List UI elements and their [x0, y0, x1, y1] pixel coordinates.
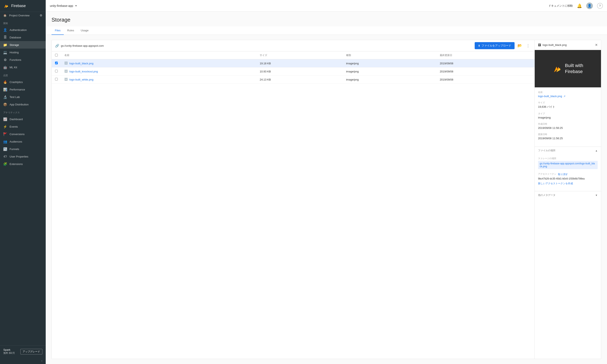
- funnels-icon: 📉: [3, 147, 7, 151]
- analytics-section-label: アナリティクス: [0, 108, 46, 115]
- size-column-header: サイズ: [256, 52, 343, 59]
- file-name-cell: 🖼 logo-built_white.png: [61, 76, 256, 84]
- sidebar-item-conversions[interactable]: 🚩 Conversions: [0, 130, 46, 138]
- table-header-row: 名前 サイズ 種類 最終更新日: [52, 52, 535, 59]
- tab-usage[interactable]: Usage: [78, 26, 92, 35]
- sidebar-item-label: Extensions: [10, 162, 23, 166]
- detail-panel: 🖼 logo-built_black.png ✕: [535, 40, 601, 359]
- topbar-dropdown-icon[interactable]: ▼: [75, 4, 77, 7]
- doc-link[interactable]: ドキュメントに移動: [548, 4, 573, 8]
- sidebar-item-label: Funnels: [10, 148, 19, 151]
- sidebar-item-label: Conversions: [10, 133, 25, 136]
- table-row[interactable]: 🖼 logo-built_white.png 24.13 KB image/pn…: [52, 76, 535, 84]
- tab-rules[interactable]: Rules: [64, 26, 77, 35]
- events-icon: ⚡: [3, 125, 7, 129]
- sidebar-collapse-button[interactable]: ‹: [0, 357, 46, 364]
- extensions-icon: 🧩: [3, 162, 7, 166]
- settings-icon[interactable]: ⚙: [40, 14, 42, 17]
- table-row[interactable]: 🖼 logo-built_black.png 19.18 KB image/pn…: [52, 59, 535, 67]
- detail-size-section: サイズ 19,636 バイト: [538, 101, 598, 109]
- sidebar-item-events[interactable]: ⚡ Events: [0, 123, 46, 130]
- more-options-button[interactable]: ⋮: [525, 42, 531, 49]
- path-text: gs://unity-firebase-app.appspot.com: [61, 44, 104, 47]
- create-folder-button[interactable]: 📂: [516, 42, 523, 49]
- sidebar-item-testlab[interactable]: 🔬 Test Lab: [0, 93, 46, 101]
- sidebar-item-funnels[interactable]: 📉 Funnels: [0, 145, 46, 153]
- revoke-link[interactable]: 取り消す: [558, 173, 568, 176]
- file-location-body: ストレージの場所 gs://unity-firebase-app.appspot…: [535, 154, 601, 191]
- detail-name-label: 名前: [538, 91, 598, 94]
- sidebar-item-mlkit[interactable]: 🤖 ML Kit: [0, 64, 46, 71]
- other-metadata-section-header[interactable]: 他のメタデータ ▼: [535, 191, 601, 199]
- sidebar-item-label: Authentication: [10, 28, 27, 32]
- file-location-label: ファイルの場所: [538, 149, 555, 152]
- sidebar-item-userproperties[interactable]: 🏷 User Properties: [0, 153, 46, 160]
- toolbar-actions: ⬆ ファイルをアップロード 📂 ⋮: [475, 42, 531, 49]
- tabs-bar: Files Rules Usage: [46, 26, 607, 35]
- folder-plus-icon: 📂: [517, 44, 522, 48]
- token-value: 9bc47b26-dc35-40d1-b0c6-1f30b6b798ea: [538, 177, 598, 180]
- sidebar-item-performance[interactable]: 📊 Performance: [0, 86, 46, 93]
- sidebar-item-audiences[interactable]: 👥 Audiences: [0, 138, 46, 145]
- sidebar-item-extensions[interactable]: 🧩 Extensions: [0, 160, 46, 168]
- topbar-left: unity-firebase-app ▼: [50, 4, 77, 7]
- file-type-cell: image/png: [343, 59, 436, 67]
- avatar-icon: 👤: [587, 4, 592, 8]
- audiences-icon: 👥: [3, 140, 7, 143]
- project-overview-label: Project Overview: [9, 14, 29, 17]
- tab-files[interactable]: Files: [52, 26, 64, 35]
- select-all-checkbox[interactable]: [55, 54, 58, 56]
- detail-created-value: 2019/09/08 11:56:25: [538, 126, 598, 130]
- detail-created-label: 作成日時: [538, 122, 598, 126]
- sidebar-item-crashlytics[interactable]: 🔥 Crashlytics: [0, 78, 46, 86]
- detail-name-section: 名前 logo-built_black.png ↗: [538, 91, 598, 98]
- external-link-icon[interactable]: ↗: [563, 95, 566, 98]
- sidebar-item-database[interactable]: 🗄 Database: [0, 34, 46, 41]
- row-checkbox[interactable]: [55, 70, 58, 72]
- firebase-flame-icon: [552, 64, 562, 74]
- plan-info: Spark 無料 $0/月: [3, 348, 15, 355]
- table-row[interactable]: 🖼 logo-built_knockout.png 10.93 KB image…: [52, 67, 535, 76]
- sidebar-item-label: Events: [10, 125, 18, 128]
- sidebar-item-authentication[interactable]: 👤 Authentication: [0, 26, 46, 34]
- file-name[interactable]: logo-built_black.png: [69, 62, 94, 65]
- file-size-cell: 24.13 KB: [256, 76, 343, 84]
- upload-button[interactable]: ⬆ ファイルをアップロード: [475, 42, 514, 49]
- sidebar-item-appdistribution[interactable]: 📦 App Distribution: [0, 101, 46, 108]
- preview-line2: Firebase: [565, 69, 583, 75]
- row-checkbox[interactable]: [55, 78, 58, 80]
- dev-section-label: 開発: [0, 19, 46, 26]
- sidebar-item-functions[interactable]: ⚙ Functions: [0, 56, 46, 64]
- storage-location-value[interactable]: gs://unity-firebase-app.appspot.com/logo…: [538, 161, 598, 169]
- sidebar-item-storage[interactable]: 📁 Storage: [0, 41, 46, 49]
- detail-close-button[interactable]: ✕: [595, 43, 598, 47]
- file-name[interactable]: logo-built_knockout.png: [69, 70, 98, 73]
- sidebar-item-label: Performance: [10, 88, 25, 91]
- row-checkbox[interactable]: [55, 62, 58, 64]
- topbar-right: ドキュメントに移動 🔔 👤 ?: [548, 2, 603, 9]
- project-overview-item[interactable]: 🏠 Project Overview ⚙: [0, 12, 46, 19]
- upload-icon: ⬆: [478, 44, 480, 47]
- detail-size-label: サイズ: [538, 101, 598, 104]
- sidebar-item-dashboard[interactable]: 📈 Dashboard: [0, 115, 46, 123]
- sidebar-item-label: Hosting: [10, 51, 19, 54]
- notifications-icon[interactable]: 🔔: [577, 3, 582, 8]
- appdistribution-icon: 📦: [3, 103, 7, 106]
- file-name[interactable]: logo-built_white.png: [69, 78, 94, 81]
- avatar[interactable]: 👤: [586, 2, 593, 9]
- detail-updated-label: 更新日時: [538, 133, 598, 136]
- access-token-section: アクセストークン 取り消す 9bc47b26-dc35-40d1-b0c6-1f…: [538, 172, 598, 185]
- sidebar-item-label: ML Kit: [10, 66, 17, 69]
- image-file-icon: 🖼: [64, 78, 68, 81]
- plan-name: Spark: [3, 348, 15, 351]
- detail-name-link[interactable]: logo-built_black.png: [538, 95, 562, 98]
- upgrade-button[interactable]: アップグレード: [20, 349, 42, 354]
- help-button[interactable]: ?: [597, 3, 603, 9]
- select-all-header: [52, 52, 61, 59]
- sidebar-item-hosting[interactable]: 💻 Hosting: [0, 49, 46, 56]
- file-location-section-header[interactable]: ファイルの場所 ▲: [535, 146, 601, 154]
- dashboard-icon: 📈: [3, 117, 7, 121]
- create-token-link[interactable]: 新しいアクセストークンを作成: [538, 182, 598, 185]
- chevron-up-icon: ▲: [595, 149, 598, 152]
- chevron-left-icon: ‹: [41, 359, 42, 362]
